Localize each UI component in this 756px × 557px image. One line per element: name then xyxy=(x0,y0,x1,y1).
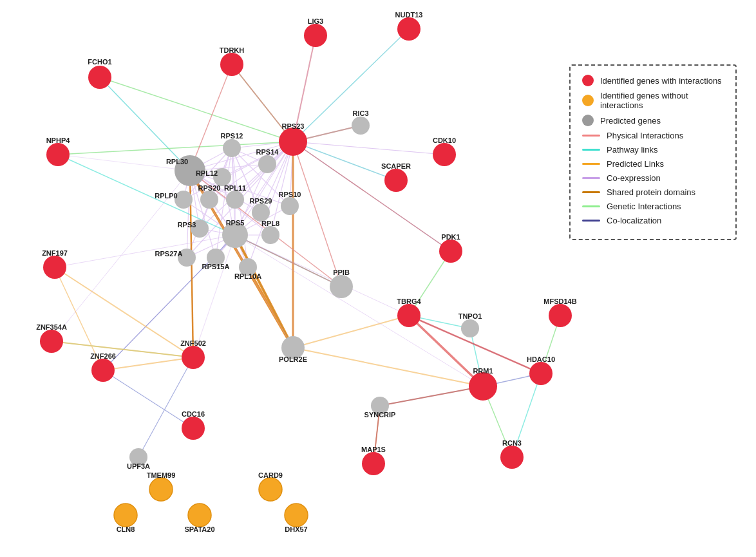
legend-item-physical: Physical Interactions xyxy=(582,131,724,140)
node-RPS20[interactable] xyxy=(200,191,218,209)
legend-circle-orange xyxy=(582,95,594,106)
node-HDAC10[interactable] xyxy=(529,362,553,385)
node-RPL10A[interactable] xyxy=(239,258,257,276)
svg-line-74 xyxy=(138,357,193,457)
node-RRM1[interactable] xyxy=(469,372,497,401)
svg-line-100 xyxy=(232,64,293,142)
svg-line-94 xyxy=(293,348,483,386)
node-RPL8[interactable] xyxy=(261,226,279,244)
svg-line-55 xyxy=(58,155,190,171)
label-TNPO1: TNPO1 xyxy=(458,312,482,320)
svg-line-106 xyxy=(293,142,451,251)
legend-line-physical xyxy=(582,135,600,137)
svg-line-92 xyxy=(103,357,193,370)
legend-label-shared-domain: Shared protein domains xyxy=(607,187,695,197)
node-SCAPER[interactable] xyxy=(384,169,408,192)
node-RPL30[interactable] xyxy=(175,155,205,186)
legend-item-gray: Predicted genes xyxy=(582,115,724,126)
legend-item-shared-domain: Shared protein domains xyxy=(582,187,724,197)
legend-label-pathway: Pathway links xyxy=(607,145,657,155)
legend-item-genetic: Genetic Interactions xyxy=(582,202,724,211)
legend-line-genetic xyxy=(582,205,600,207)
legend-line-colocalization xyxy=(582,220,600,222)
node-SYNCRIP[interactable] xyxy=(371,397,389,415)
node-FCHO1[interactable] xyxy=(88,66,111,89)
legend-label-predicted: Predicted Links xyxy=(607,159,664,169)
node-PPIB[interactable] xyxy=(330,275,353,298)
legend-label-physical: Physical Interactions xyxy=(607,131,683,140)
legend-label-colocalization: Co-localization xyxy=(607,216,661,225)
legend-item-red-with: Identified genes with interactions xyxy=(582,75,724,86)
node-NPHP4[interactable] xyxy=(46,143,70,166)
svg-line-93 xyxy=(293,316,409,348)
legend-item-coexpression: Co-expression xyxy=(582,173,724,183)
label-FCHO1: FCHO1 xyxy=(88,58,111,66)
node-TNPO1[interactable] xyxy=(461,319,479,337)
main-container: FCHO1 TDRKH LIG3 NUDT13 NPHP4 RPS23 CDK1… xyxy=(0,0,756,557)
node-LIG3[interactable] xyxy=(304,24,327,47)
svg-line-112 xyxy=(293,29,409,142)
legend-item-predicted: Predicted Links xyxy=(582,159,724,169)
node-RPS5[interactable] xyxy=(222,222,248,248)
node-DHX57[interactable] xyxy=(285,504,308,527)
node-RPS14[interactable] xyxy=(258,155,276,173)
svg-line-105 xyxy=(293,142,341,287)
legend-line-shared-domain xyxy=(582,191,600,193)
legend-line-predicted xyxy=(582,163,600,165)
node-MFSD14B[interactable] xyxy=(549,304,572,327)
node-SPATA20[interactable] xyxy=(188,504,211,527)
legend-label-red-with: Identified genes with interactions xyxy=(600,76,722,86)
legend-item-colocalization: Co-localization xyxy=(582,216,724,225)
node-RPS23[interactable] xyxy=(279,127,307,156)
node-CDK10[interactable] xyxy=(433,143,456,166)
node-CLN8[interactable] xyxy=(114,504,137,527)
node-RPL12[interactable] xyxy=(213,168,231,186)
node-POLR2E[interactable] xyxy=(281,336,305,359)
legend-box: Identified genes with interactions Ident… xyxy=(569,64,737,240)
node-CARD9[interactable] xyxy=(259,478,282,501)
svg-line-115 xyxy=(235,235,409,316)
legend-line-coexpression xyxy=(582,177,600,179)
legend-label-coexpression: Co-expression xyxy=(607,173,661,183)
node-CDC16[interactable] xyxy=(182,417,205,440)
legend-item-orange: Identified genes without interactions xyxy=(582,91,724,110)
svg-line-110 xyxy=(293,142,396,180)
node-ZNF502[interactable] xyxy=(182,346,205,369)
legend-line-pathway xyxy=(582,149,600,151)
node-RIC3[interactable] xyxy=(352,117,370,135)
node-NUDT13[interactable] xyxy=(397,17,421,41)
svg-line-69 xyxy=(512,373,541,457)
svg-line-109 xyxy=(52,171,190,341)
svg-line-79 xyxy=(58,142,293,155)
svg-line-111 xyxy=(293,142,444,155)
svg-line-38 xyxy=(270,142,293,235)
node-RCN3[interactable] xyxy=(500,446,524,469)
node-UPF3A[interactable] xyxy=(129,448,147,466)
node-TMEM99[interactable] xyxy=(149,478,173,501)
label-RIC3: RIC3 xyxy=(352,109,368,117)
node-RPLP0[interactable] xyxy=(175,191,193,209)
node-RPS10[interactable] xyxy=(281,197,299,215)
node-RPS15A[interactable] xyxy=(207,249,225,267)
node-TDRKH[interactable] xyxy=(220,53,243,76)
svg-line-60 xyxy=(100,77,190,171)
node-ZNF197[interactable] xyxy=(43,256,66,279)
label-RPLP0: RPLP0 xyxy=(155,192,177,200)
node-RPS3[interactable] xyxy=(191,220,209,238)
node-ZNF354A[interactable] xyxy=(40,330,63,353)
node-MAP1S[interactable] xyxy=(362,452,385,475)
node-ZNF266[interactable] xyxy=(91,359,115,382)
node-RPS29[interactable] xyxy=(252,203,270,222)
legend-circle-red xyxy=(582,75,594,86)
svg-line-98 xyxy=(380,386,483,406)
legend-label-orange: Identified genes without interactions xyxy=(600,91,724,110)
node-RPS27A[interactable] xyxy=(178,249,196,267)
svg-line-77 xyxy=(100,77,293,142)
svg-line-113 xyxy=(293,35,316,142)
node-RPL11[interactable] xyxy=(226,191,244,209)
legend-label-genetic: Genetic Interactions xyxy=(607,202,681,211)
label-RPS12: RPS12 xyxy=(221,132,243,140)
node-RPS12[interactable] xyxy=(223,139,241,157)
node-PDK1[interactable] xyxy=(439,240,462,263)
node-TBRG4[interactable] xyxy=(397,304,421,327)
